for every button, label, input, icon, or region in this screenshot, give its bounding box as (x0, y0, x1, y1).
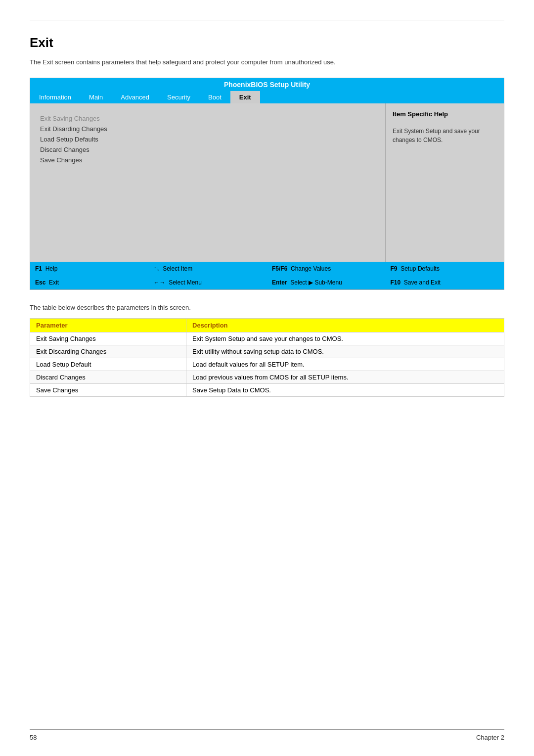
nav-advanced[interactable]: Advanced (112, 91, 158, 103)
nav-main[interactable]: Main (80, 91, 112, 103)
nav-boot[interactable]: Boot (199, 91, 230, 103)
bios-left: Exit Saving Changes Exit Disarding Chang… (30, 103, 385, 262)
table-cell-desc: Load previous values from CMOS for all S… (186, 371, 504, 384)
table-cell-param: Exit Discarding Changes (30, 345, 186, 358)
table-row: Discard ChangesLoad previous values from… (30, 371, 504, 384)
menu-save-changes[interactable]: Save Changes (40, 155, 375, 165)
table-cell-desc: Exit System Setup and save your changes … (186, 332, 504, 345)
nav-information[interactable]: Information (30, 91, 80, 103)
table-cell-desc: Load default values for all SETUP item. (186, 358, 504, 371)
page-number: 58 (30, 734, 37, 741)
table-cell-desc: Exit utility without saving setup data t… (186, 345, 504, 358)
bios-right: Item Specific Help Exit System Setup and… (385, 103, 504, 262)
table-row: Load Setup DefaultLoad default values fo… (30, 358, 504, 371)
table-row: Save ChangesSave Setup Data to CMOS. (30, 384, 504, 397)
table-header-parameter: Parameter (30, 319, 186, 332)
table-cell-param: Discard Changes (30, 371, 186, 384)
bios-footer: F1 Help ↑↓ Select Item F5/F6 Change Valu… (30, 262, 504, 289)
footer-f5f6: F5/F6 Change Values (267, 263, 386, 274)
table-row: Exit Saving ChangesExit System Setup and… (30, 332, 504, 345)
help-title: Item Specific Help (393, 110, 497, 118)
bios-container: PhoenixBIOS Setup Utility Information Ma… (30, 78, 504, 290)
footer-f10: F10 Save and Exit (386, 277, 504, 288)
chapter-label: Chapter 2 (476, 734, 504, 741)
table-row: Exit Discarding ChangesExit utility with… (30, 345, 504, 358)
nav-security[interactable]: Security (158, 91, 199, 103)
table-cell-param: Load Setup Default (30, 358, 186, 371)
nav-exit[interactable]: Exit (230, 91, 260, 103)
table-cell-desc: Save Setup Data to CMOS. (186, 384, 504, 397)
menu-exit-disarding-changes[interactable]: Exit Disarding Changes (40, 124, 375, 134)
intro-text: The Exit screen contains parameters that… (30, 58, 504, 66)
below-text: The table below describes the parameters… (30, 304, 504, 311)
help-text: Exit System Setup and save your changes … (393, 127, 497, 144)
bios-title-bar: PhoenixBIOS Setup Utility (30, 78, 504, 91)
footer-updown: ↑↓ Select Item (149, 263, 267, 274)
table-header-description: Description (186, 319, 504, 332)
menu-exit-saving-changes[interactable]: Exit Saving Changes (40, 113, 375, 124)
bios-body: Exit Saving Changes Exit Disarding Chang… (30, 103, 504, 262)
footer-enter: Enter Select ▶ Sub-Menu (267, 277, 386, 288)
param-table: Parameter Description Exit Saving Change… (30, 318, 504, 397)
table-cell-param: Save Changes (30, 384, 186, 397)
footer-f9: F9 Setup Defaults (386, 263, 504, 274)
page-title: Exit (30, 35, 504, 50)
table-cell-param: Exit Saving Changes (30, 332, 186, 345)
menu-discard-changes[interactable]: Discard Changes (40, 144, 375, 155)
footer-f1: F1 Help (30, 263, 149, 274)
footer-esc: Esc Exit (30, 277, 149, 288)
menu-load-setup-defaults[interactable]: Load Setup Defaults (40, 134, 375, 144)
footer-leftright: ←→ Select Menu (149, 277, 267, 288)
bios-nav: Information Main Advanced Security Boot … (30, 91, 504, 103)
page-footer: 58 Chapter 2 (30, 729, 504, 741)
